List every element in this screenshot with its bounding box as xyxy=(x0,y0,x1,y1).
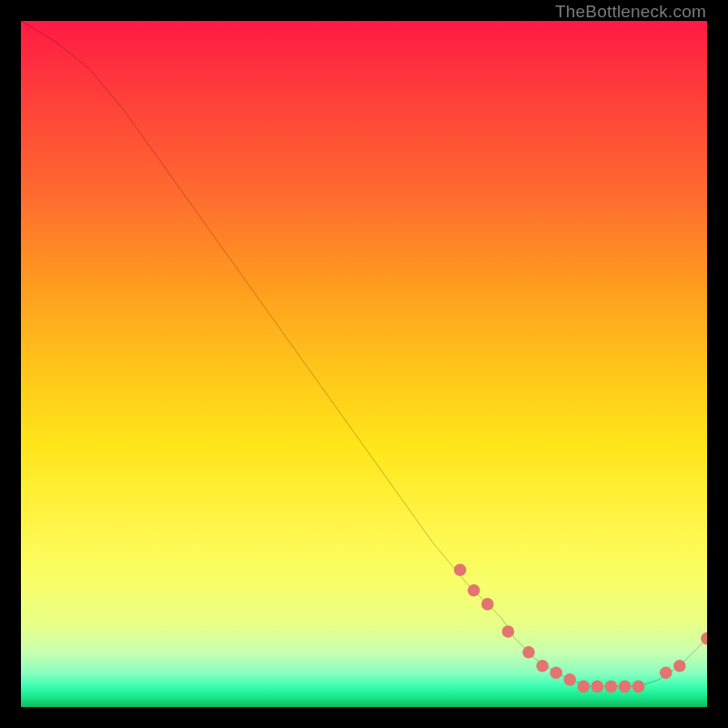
curve-marker xyxy=(563,673,576,686)
curve-line xyxy=(21,21,707,686)
curve-marker xyxy=(481,598,494,611)
curve-marker xyxy=(701,632,707,645)
plot-area xyxy=(21,21,707,707)
curve-marker xyxy=(536,660,549,672)
curve-marker xyxy=(577,681,590,693)
bottleneck-curve xyxy=(21,21,707,686)
attribution-text: TheBottleneck.com xyxy=(555,2,706,22)
curve-marker xyxy=(605,681,618,693)
curve-marker xyxy=(454,563,467,576)
curve-marker xyxy=(592,681,604,693)
curve-layer xyxy=(21,21,707,707)
curve-marker xyxy=(673,660,686,672)
curve-markers xyxy=(454,563,707,693)
curve-marker xyxy=(660,667,672,680)
curve-marker xyxy=(468,584,480,597)
curve-marker xyxy=(619,681,632,693)
curve-marker xyxy=(632,681,645,693)
curve-marker xyxy=(550,667,562,680)
curve-marker xyxy=(502,625,515,638)
chart-stage: TheBottleneck.com xyxy=(0,0,728,728)
curve-marker xyxy=(522,646,535,659)
